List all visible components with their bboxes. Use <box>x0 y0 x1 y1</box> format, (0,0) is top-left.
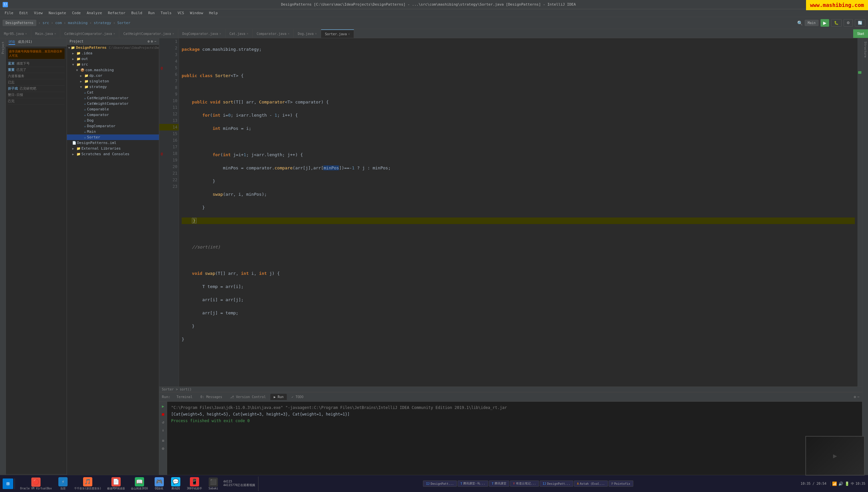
breadcrumb-strategy[interactable]: strategy <box>94 21 111 25</box>
tab-dog-close[interactable]: ✕ <box>315 32 316 35</box>
tab-mgr05[interactable]: Mgr05.java ✕ <box>0 29 31 38</box>
tray-ime[interactable]: 中 <box>851 482 854 486</box>
tab-main[interactable]: Main.java ✕ <box>31 29 61 38</box>
running-app-youdao[interactable]: Y 有道云笔记... <box>510 481 539 487</box>
tab-discuss[interactable]: 讨论 <box>8 40 15 45</box>
start-menu-button[interactable]: ⊞ <box>3 478 13 489</box>
tree-iml[interactable]: 📄 DesignPatterns.iml <box>67 140 159 146</box>
tab-catheight[interactable]: CatHeightComparator.java ✕ <box>119 29 178 38</box>
tree-out[interactable]: ▶ 📁 out <box>67 56 159 62</box>
tree-dog[interactable]: ☕ Dog <box>67 118 159 123</box>
taskbar-music[interactable]: 🎵 千千音乐(原百度音乐) <box>72 476 104 491</box>
project-name-label[interactable]: DesignPatterns <box>3 20 36 26</box>
running-app-pointofix[interactable]: P Pointofix <box>608 481 633 487</box>
tab-sorter-close[interactable]: ✕ <box>348 32 350 35</box>
tray-network-icon[interactable]: 📶 <box>832 482 837 486</box>
settings-toolbar-button[interactable]: ⚙ <box>844 19 853 27</box>
taskbar-qgame[interactable]: 🎮 QQ游戏 <box>151 476 167 491</box>
running-app-astah[interactable]: A Astah (Eval... <box>574 481 608 487</box>
breadcrumb-mashibing[interactable]: mashibing <box>68 21 88 25</box>
tree-idea[interactable]: ▶ 📁 .idea <box>67 50 159 56</box>
sidebar-sync-icon[interactable]: ⚙ <box>148 40 150 43</box>
tab-members[interactable]: 成员(61) <box>18 40 32 45</box>
menu-analyze[interactable]: Analyze <box>84 10 104 16</box>
tree-external-libs[interactable]: ▶ 📁 External Libraries <box>67 146 159 151</box>
taskbar-pdf[interactable]: 📄 极速PDF阅读器 <box>104 476 127 491</box>
tree-comparator[interactable]: ☕ Comparator <box>67 112 159 118</box>
tree-catweight[interactable]: ☕ CatWeightComparator <box>67 101 159 106</box>
tab-comparator-close[interactable]: ✕ <box>288 32 289 35</box>
tab-cat-close[interactable]: ✕ <box>247 32 248 35</box>
menu-help[interactable]: Help <box>207 10 220 16</box>
project-vtab[interactable]: Project <box>1 40 5 56</box>
tree-main[interactable]: ☕ Main <box>67 129 159 134</box>
breadcrumb-sorter[interactable]: Sorter <box>117 21 130 25</box>
menu-file[interactable]: File <box>2 10 16 16</box>
tab-dog[interactable]: Dog.java ✕ <box>294 29 321 38</box>
running-app-design1[interactable]: IJ DesignPatt... <box>423 481 457 487</box>
bottom-settings-icon[interactable]: ⚙ <box>854 395 856 399</box>
run-stop-btn[interactable]: ■ <box>160 411 167 418</box>
tab-sorter[interactable]: Sorter.java ✕ <box>321 29 354 38</box>
menu-refactor[interactable]: Refactor <box>105 10 128 16</box>
tab-messages[interactable]: 0: Messages <box>197 394 225 400</box>
tree-singleton[interactable]: ▶ 📁 singleton <box>67 78 159 84</box>
tab-todo[interactable]: ✓ TODO <box>288 394 307 400</box>
tab-catweight-close[interactable]: ✕ <box>114 32 115 35</box>
taskbar-360[interactable]: 📱 360手机助手 <box>184 476 205 491</box>
tab-catheight-close[interactable]: ✕ <box>172 32 174 35</box>
tree-catheight[interactable]: ☕ CatHeightComparator <box>67 95 159 101</box>
menu-code[interactable]: Code <box>69 10 83 16</box>
tray-volume-icon[interactable]: 🔊 <box>838 482 843 486</box>
tree-scratches[interactable]: ▶ 📁 Scratches and Consoles <box>67 151 159 157</box>
tab-comparator[interactable]: Comparator.java ✕ <box>252 29 294 38</box>
menu-window[interactable]: Window <box>187 10 206 16</box>
taskbar-reader[interactable]: 📖 金山阅读2016 <box>128 476 150 491</box>
run-button[interactable]: ▶ <box>821 19 829 27</box>
run-config-selector[interactable]: Main <box>805 20 819 26</box>
search-icon[interactable]: 🔍 <box>797 20 803 26</box>
menu-run[interactable]: Run <box>145 10 157 16</box>
menu-vcs[interactable]: VCS <box>175 10 187 16</box>
run-filter-btn[interactable]: ≡ <box>160 437 167 444</box>
run-play-btn[interactable]: ▶ <box>160 403 167 410</box>
structure-tab[interactable]: Structure <box>863 40 868 60</box>
run-scroll-btn[interactable]: ↓ <box>160 427 167 433</box>
video-thumbnail[interactable]: ▶ <box>805 436 865 475</box>
taskbar-sabaki[interactable]: ⬛ Sabaki <box>206 477 221 491</box>
tree-sorter[interactable]: ☕ Sorter <box>67 134 159 140</box>
tab-terminal[interactable]: Terminal <box>173 394 196 400</box>
tab-run[interactable]: ▶ Run <box>270 394 287 400</box>
breadcrumb-src[interactable]: src <box>43 21 49 25</box>
update-button[interactable]: 🔄 <box>855 19 865 27</box>
tree-src[interactable]: ▼ 📁 src <box>67 62 159 67</box>
tree-comparable[interactable]: ☕ Comparable <box>67 106 159 112</box>
menu-view[interactable]: View <box>31 10 46 16</box>
tab-vcs[interactable]: ⎇ Version Control <box>227 394 269 400</box>
start-button[interactable]: Start <box>853 29 868 38</box>
running-app-tencent2[interactable]: T 腾讯课堂 <box>489 481 509 487</box>
tab-dogcomp-close[interactable]: ✕ <box>219 32 221 35</box>
menu-build[interactable]: Build <box>128 10 145 16</box>
tab-catweight[interactable]: CatWeightComparator.java ✕ <box>60 29 119 38</box>
run-settings-btn[interactable]: ⚙ <box>160 445 167 452</box>
tab-main-close[interactable]: ✕ <box>54 32 56 35</box>
tab-mgr05-close[interactable]: ✕ <box>25 32 27 35</box>
tab-cat[interactable]: Cat.java ✕ <box>225 29 253 38</box>
running-app-design2[interactable]: IJ DesignPatt... <box>540 481 573 487</box>
tree-com-mashibing[interactable]: ▼ 📦 com.mashibing <box>67 67 159 73</box>
tree-strategy[interactable]: ▼ 📁 strategy <box>67 84 159 90</box>
debug-button[interactable]: 🐛 <box>831 19 842 27</box>
menu-tools[interactable]: Tools <box>158 10 174 16</box>
running-app-tencent1[interactable]: T 腾讯课堂-马... <box>458 481 488 487</box>
bottom-minimize-icon[interactable]: − <box>857 395 860 399</box>
tree-dogcomparator[interactable]: ☕ DogComparator <box>67 123 159 129</box>
code-area[interactable]: 1 2 3 4 @ 5 <box>159 38 862 387</box>
menu-navigate[interactable]: Navigate <box>46 10 69 16</box>
taskbar-oracle[interactable]: 🔴 Oracle VM VirtualBox <box>18 477 54 491</box>
taskbar-qq[interactable]: 💬 腾讯QQ <box>168 476 184 491</box>
tree-dp-cor[interactable]: ▶ 📁 dp.cor <box>67 73 159 78</box>
breadcrumb-com[interactable]: com <box>55 21 62 25</box>
menu-edit[interactable]: Edit <box>17 10 31 16</box>
tray-battery-icon[interactable]: 🔋 <box>845 482 849 486</box>
